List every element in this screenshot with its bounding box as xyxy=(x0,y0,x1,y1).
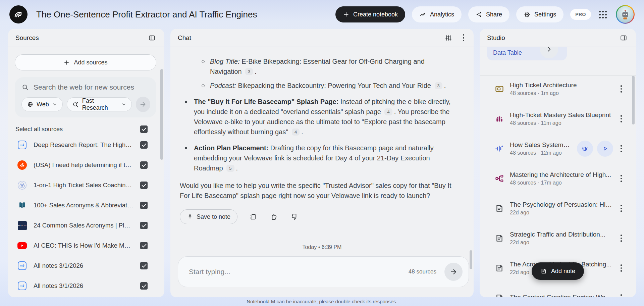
select-all-checkbox[interactable] xyxy=(140,125,148,133)
source-row[interactable]: PLECTO 24 Common Sales Acronyms | Plecto xyxy=(8,215,164,236)
item-more-options-icon[interactable] xyxy=(619,173,624,184)
create-notebook-button[interactable]: Create notebook xyxy=(335,6,405,22)
assistant-message: Blog Title: E-Bike Bikepacking: Essentia… xyxy=(170,47,474,224)
source-row[interactable]: AI CEO: THIS is How I'd Make My First ..… xyxy=(8,236,164,256)
chat-scrollbar[interactable] xyxy=(470,250,472,269)
chat-input[interactable] xyxy=(189,268,400,276)
source-row[interactable]: m Deep Research Report: The High-Tick... xyxy=(8,135,164,155)
citation-chip[interactable]: 4 xyxy=(384,108,392,115)
item-more-options-icon[interactable] xyxy=(619,83,624,95)
source-checkbox[interactable] xyxy=(140,262,148,269)
book-favicon-icon xyxy=(17,201,27,210)
studio-item[interactable]: Mastering the Architecture of High... 48… xyxy=(480,167,636,190)
chat-settings-tune-icon[interactable] xyxy=(443,33,453,43)
chevron-down-icon xyxy=(121,102,126,107)
sources-scrollbar[interactable] xyxy=(160,69,163,160)
disclaimer-text: NotebookLM can be inaccurate; please dou… xyxy=(247,299,397,304)
interactive-mode-button[interactable] xyxy=(577,141,593,157)
source-row[interactable]: 1-on-1 High Ticket Sales Coaching - K... xyxy=(8,175,164,195)
studio-item[interactable]: High Ticket Architecture 48 sources · 1m… xyxy=(480,78,636,100)
settings-button[interactable]: Settings xyxy=(516,6,564,22)
svg-text:m: m xyxy=(20,284,22,288)
citation-chip[interactable]: 3 xyxy=(245,68,253,75)
save-to-note-button[interactable]: Save to note xyxy=(180,209,237,224)
research-mode-dropdown[interactable]: Fast Research xyxy=(67,97,132,111)
studio-item[interactable]: High-Ticket Mastery Sales Blueprint 48 s… xyxy=(480,107,636,130)
source-checkbox[interactable] xyxy=(140,161,148,169)
message-actions: Save to note xyxy=(180,209,453,224)
mindmap-icon xyxy=(494,174,504,183)
avatar[interactable] xyxy=(616,5,635,24)
note-icon xyxy=(494,293,504,297)
list-item: Action Plan Placement: Drafting the copy… xyxy=(184,143,453,173)
source-row[interactable]: m All notes 3/1/2026 xyxy=(8,276,164,296)
avatar-robot-image xyxy=(617,6,634,23)
source-checkbox[interactable] xyxy=(140,242,148,249)
list-item: The "Buy It For Life Basecamp" Splash Pa… xyxy=(184,97,453,137)
analytics-button[interactable]: Analytics xyxy=(412,6,462,22)
svg-text:m: m xyxy=(20,264,22,268)
search-submit-button[interactable] xyxy=(136,97,150,112)
svg-text:m: m xyxy=(20,143,22,147)
collapse-sources-panel-icon[interactable] xyxy=(147,33,157,43)
pin-icon xyxy=(187,214,193,220)
item-more-options-icon[interactable] xyxy=(619,113,624,124)
add-sources-button[interactable]: Add sources xyxy=(15,54,156,70)
note-icon xyxy=(540,268,547,274)
sources-panel: Sources Add sources Web xyxy=(8,29,164,297)
audio-overview-icon xyxy=(494,144,504,153)
sources-panel-header: Sources xyxy=(8,29,164,47)
source-checkbox[interactable] xyxy=(140,141,148,149)
reddit-icon xyxy=(17,160,27,170)
notebooklm-logo-icon[interactable] xyxy=(9,5,28,23)
notebook-title[interactable]: The One-Sentence Profit Extractor and AI… xyxy=(36,9,257,20)
source-row[interactable]: (USA) I need help determining if this r.… xyxy=(8,155,164,175)
citation-chip[interactable]: 4 xyxy=(292,129,300,136)
sources-panel-title: Sources xyxy=(15,34,39,42)
thumbs-down-icon[interactable] xyxy=(289,211,300,222)
add-note-button[interactable]: Add note xyxy=(532,262,584,280)
website-favicon-icon xyxy=(17,181,27,190)
play-button[interactable] xyxy=(597,141,613,157)
thumbs-up-icon[interactable] xyxy=(268,211,279,222)
notebooklm-note-icon: m xyxy=(17,140,27,150)
studio-item[interactable]: How Sales Systems Map... 48 sources · 12… xyxy=(480,137,636,160)
list-item: Podcast: Bikepacking the Backcountry: Po… xyxy=(201,81,453,91)
share-icon xyxy=(476,11,482,18)
source-row[interactable]: m All notes 3/1/2026 xyxy=(8,256,164,276)
copy-icon[interactable] xyxy=(248,211,258,222)
chevron-down-icon xyxy=(52,102,57,107)
item-more-options-icon[interactable] xyxy=(619,233,624,244)
studio-panel-header: Studio xyxy=(480,29,636,47)
studio-scrollbar[interactable] xyxy=(632,76,635,124)
share-button[interactable]: Share xyxy=(468,6,509,22)
source-checkbox[interactable] xyxy=(140,182,148,189)
web-filter-dropdown[interactable]: Web xyxy=(21,97,63,111)
source-list: m Deep Research Report: The High-Tick...… xyxy=(8,135,164,297)
item-more-options-icon[interactable] xyxy=(619,143,624,154)
message-closing-paragraph: Would you like me to help you write the … xyxy=(180,181,453,201)
source-checkbox[interactable] xyxy=(140,282,148,290)
studio-panel-title: Studio xyxy=(487,34,505,42)
studio-item[interactable]: The Content Creation Engine: Wee... xyxy=(480,287,636,297)
search-input[interactable] xyxy=(34,83,150,91)
source-checkbox[interactable] xyxy=(140,202,148,209)
google-apps-icon[interactable] xyxy=(599,11,608,18)
citation-chip[interactable]: 3 xyxy=(435,82,442,89)
studio-item[interactable]: Strategic Traffic and Distribution... 22… xyxy=(480,227,636,250)
item-more-options-icon[interactable] xyxy=(619,262,624,274)
report-chart-icon xyxy=(494,114,504,123)
collapse-studio-panel-icon[interactable] xyxy=(619,33,629,43)
chat-more-options-icon[interactable] xyxy=(461,32,467,44)
item-more-options-icon[interactable] xyxy=(619,292,624,297)
citation-chip[interactable]: 5 xyxy=(226,165,234,172)
sparkle-search-icon xyxy=(72,101,79,108)
select-all-sources-row: Select all sources xyxy=(8,117,164,135)
source-row[interactable]: 100+ Sales Acronyms & Abbreviations... xyxy=(8,195,164,215)
studio-item[interactable]: The Psychology of Persuasion: Hig... 22d… xyxy=(480,197,636,220)
item-more-options-icon[interactable] xyxy=(619,203,624,214)
send-button[interactable] xyxy=(444,263,463,281)
chat-timestamp: Today • 6:39 PM xyxy=(170,244,474,250)
source-checkbox[interactable] xyxy=(140,222,148,229)
chat-panel-header: Chat xyxy=(170,29,474,47)
